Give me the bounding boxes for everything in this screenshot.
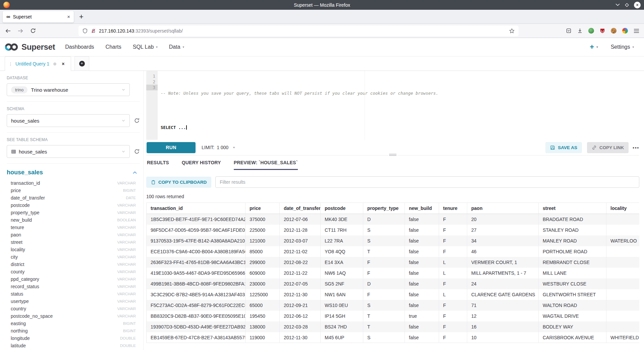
bookmark-star-icon[interactable] (509, 28, 515, 34)
schema-column-row[interactable]: new_buildBOOLEAN (11, 216, 136, 224)
pane-resize-grip[interactable] (388, 153, 397, 157)
schema-column-row[interactable]: postcode_no_spaceVARCHAR (11, 312, 136, 320)
schema-column-row[interactable]: streetVARCHAR (11, 238, 136, 246)
column-header-price[interactable]: price (246, 203, 280, 214)
column-header-new_build[interactable]: new_build (405, 203, 439, 214)
save-as-button[interactable]: SAVE AS (545, 142, 582, 153)
table-select[interactable]: house_sales (7, 145, 130, 158)
superset-brand[interactable]: Superset (21, 42, 55, 52)
table-cell: S (363, 225, 405, 235)
table-cell: F (439, 246, 467, 257)
column-header-property_type[interactable]: property_type (363, 203, 405, 214)
schema-column-row[interactable]: eastingBIGINT (11, 320, 136, 327)
column-header-paon[interactable]: paon (467, 203, 539, 214)
column-header-street[interactable]: street (539, 203, 606, 214)
query-tab-untitled-query-1[interactable]: ⋮ Untitled Query 1 × (5, 56, 71, 71)
refresh-schemas-icon[interactable] (134, 118, 140, 124)
schema-column-row[interactable]: longitudeDOUBLE (11, 335, 136, 342)
column-header-date_of_transfer[interactable]: date_of_transfer (280, 203, 321, 214)
column-header-locality[interactable]: locality (606, 203, 639, 214)
forward-button[interactable] (17, 28, 24, 34)
window-close-button[interactable]: × (634, 2, 641, 8)
schema-column-row[interactable]: postcodeVARCHAR (11, 202, 136, 209)
copy-to-clipboard-button[interactable]: COPY TO CLIPBOARD (146, 177, 211, 188)
reload-button[interactable] (30, 28, 36, 34)
copy-link-button[interactable]: COPY LINK (587, 142, 629, 153)
editor-code-area[interactable]: -- Note: Unless you save your query, the… (158, 71, 639, 140)
table-cell: F (439, 311, 467, 321)
column-type: VARCHAR (117, 262, 136, 266)
drag-handle-icon[interactable]: ⋮ (8, 61, 13, 67)
results-tab-query-history[interactable]: QUERY HISTORY (182, 160, 221, 170)
collapse-chevron-up-icon[interactable] (132, 171, 137, 174)
menu-hamburger-icon[interactable] (634, 29, 639, 33)
new-tab-button[interactable]: + (79, 13, 84, 20)
column-type: VARCHAR (117, 225, 136, 229)
extension-colorful-icon[interactable] (622, 28, 628, 34)
table-schema-title[interactable]: house_sales (7, 169, 43, 176)
run-button[interactable]: RUN (147, 142, 196, 153)
tab-close-icon[interactable]: × (67, 14, 70, 19)
add-query-tab[interactable]: + (74, 56, 89, 71)
schema-column-row[interactable]: date_of_transferDATE (11, 194, 136, 202)
schema-column-row[interactable]: statusVARCHAR (11, 290, 136, 298)
schema-column-row[interactable]: districtVARCHAR (11, 261, 136, 268)
window-minimize-button[interactable] (615, 3, 620, 6)
editor-toolbar: RUN LIMIT: 1 000 ▾ SAVE AS COPY LINK (146, 140, 639, 156)
schema-column-row[interactable]: tenureVARCHAR (11, 224, 136, 231)
query-tab-close-icon[interactable]: × (62, 61, 64, 67)
cookie-extension-icon[interactable] (611, 28, 616, 34)
database-select[interactable]: trino Trino warehouse (7, 83, 130, 96)
caret-down-icon: ▾ (632, 45, 634, 49)
extension-green-icon[interactable] (588, 28, 594, 34)
schema-column-row[interactable]: cityVARCHAR (11, 253, 136, 261)
table-cell: 2012-11-22 (280, 268, 321, 278)
table-cell: NW1 6AN (321, 289, 363, 300)
schema-column-row[interactable]: usertypeVARCHAR (11, 298, 136, 305)
window-maximize-button[interactable] (625, 3, 629, 7)
limit-dropdown[interactable]: LIMIT: 1 000 ▾ (202, 145, 235, 150)
table-cell: MILL LANE (539, 268, 606, 278)
filter-results-input[interactable] (215, 176, 639, 188)
add-new-button[interactable]: + ▾ (590, 43, 598, 51)
more-options-icon[interactable]: ••• (633, 145, 639, 150)
url-bar[interactable]: 217.160.120.143:32393/superset/sqllab/ (78, 26, 519, 36)
column-header-tenure[interactable]: tenure (439, 203, 467, 214)
schema-column-row[interactable]: ppd_categoryVARCHAR (11, 275, 136, 283)
schema-column-row[interactable]: localityVARCHAR (11, 246, 136, 253)
column-name: city (11, 254, 18, 260)
column-header-transaction_id[interactable]: transaction_id (147, 203, 246, 214)
table-cell (606, 246, 639, 257)
browser-tab[interactable]: ∞ Superset × (3, 11, 74, 23)
schema-column-row[interactable]: record_statusVARCHAR (11, 283, 136, 290)
schema-column-row[interactable]: northingBIGINT (11, 327, 136, 335)
superset-logo-icon[interactable] (5, 42, 18, 52)
ublock-origin-icon[interactable] (600, 28, 605, 34)
editor-code-line: SELECT ... (161, 125, 186, 130)
nav-item-data[interactable]: Data▾ (169, 44, 184, 50)
schema-column-row[interactable]: transaction_idVARCHAR (11, 179, 136, 187)
nav-item-sql-lab[interactable]: SQL Lab▾ (133, 44, 158, 50)
sql-editor[interactable]: 1 2 3 -- Note: Unless you save your quer… (146, 71, 639, 140)
schema-column-row[interactable]: property_typeVARCHAR (11, 209, 136, 216)
shield-icon[interactable] (83, 28, 88, 34)
column-name: country (11, 306, 26, 311)
back-button[interactable] (5, 28, 11, 34)
schema-column-row[interactable]: countyVARCHAR (11, 268, 136, 275)
nav-item-dashboards[interactable]: Dashboards (65, 44, 94, 50)
results-tab-results[interactable]: RESULTS (147, 160, 169, 170)
nav-item-charts[interactable]: Charts (106, 44, 121, 50)
column-header-postcode[interactable]: postcode (321, 203, 363, 214)
schema-select[interactable]: house_sales (7, 114, 130, 127)
table-cell: BS24 7HD (321, 321, 363, 332)
schema-column-row[interactable]: priceBIGINT (11, 187, 136, 194)
downloads-icon[interactable] (577, 28, 583, 34)
schema-column-row[interactable]: paonVARCHAR (11, 231, 136, 238)
schema-column-row[interactable]: countryVARCHAR (11, 305, 136, 312)
refresh-tables-icon[interactable] (134, 148, 140, 155)
lock-insecure-icon[interactable] (91, 28, 96, 34)
settings-menu[interactable]: Settings ▾ (611, 44, 634, 50)
schema-column-row[interactable]: latitudeDOUBLE (11, 342, 136, 349)
results-tab-preview-house-sales[interactable]: PREVIEW: `HOUSE_SALES` (234, 160, 298, 170)
save-to-pocket-icon[interactable] (566, 28, 572, 34)
